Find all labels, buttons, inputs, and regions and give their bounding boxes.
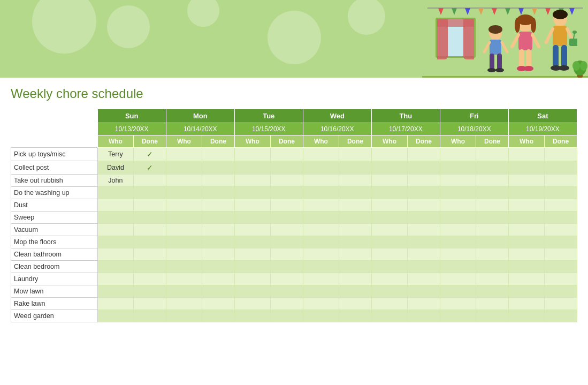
day-done-cell[interactable] bbox=[545, 273, 577, 285]
sun-who-cell[interactable]: David bbox=[97, 161, 133, 175]
day-done-cell[interactable] bbox=[408, 161, 440, 175]
day-who-cell[interactable] bbox=[371, 285, 407, 298]
day-who-cell[interactable] bbox=[234, 224, 270, 236]
day-who-cell[interactable] bbox=[371, 273, 407, 285]
day-who-cell[interactable] bbox=[508, 285, 544, 298]
day-done-cell[interactable] bbox=[408, 298, 440, 310]
day-done-cell[interactable] bbox=[271, 310, 303, 322]
day-done-cell[interactable] bbox=[271, 261, 303, 273]
day-done-cell[interactable] bbox=[408, 224, 440, 236]
day-done-cell[interactable] bbox=[202, 273, 235, 285]
sun-who-cell[interactable]: Terry bbox=[97, 148, 133, 161]
day-who-cell[interactable] bbox=[371, 148, 407, 161]
day-who-cell[interactable] bbox=[303, 285, 339, 298]
day-who-cell[interactable] bbox=[508, 187, 544, 199]
day-done-cell[interactable] bbox=[339, 273, 372, 285]
day-who-cell[interactable] bbox=[508, 224, 544, 236]
day-done-cell[interactable] bbox=[408, 310, 440, 322]
sun-done-cell[interactable] bbox=[134, 261, 166, 273]
day-who-cell[interactable] bbox=[440, 224, 476, 236]
day-done-cell[interactable] bbox=[202, 175, 235, 187]
day-done-cell[interactable] bbox=[202, 161, 235, 175]
day-done-cell[interactable] bbox=[202, 261, 235, 273]
day-done-cell[interactable] bbox=[271, 148, 303, 161]
sun-who-cell[interactable] bbox=[97, 298, 133, 310]
day-who-cell[interactable] bbox=[234, 175, 270, 187]
day-who-cell[interactable] bbox=[440, 161, 476, 175]
day-done-cell[interactable] bbox=[408, 285, 440, 298]
day-who-cell[interactable] bbox=[234, 187, 270, 199]
day-who-cell[interactable] bbox=[234, 148, 270, 161]
day-who-cell[interactable] bbox=[303, 199, 339, 212]
day-done-cell[interactable] bbox=[202, 148, 235, 161]
day-who-cell[interactable] bbox=[234, 248, 270, 261]
day-done-cell[interactable] bbox=[339, 148, 372, 161]
sun-done-cell[interactable]: ✓ bbox=[134, 161, 166, 175]
day-done-cell[interactable] bbox=[271, 199, 303, 212]
day-who-cell[interactable] bbox=[508, 161, 544, 175]
sun-who-cell[interactable] bbox=[97, 285, 133, 298]
day-done-cell[interactable] bbox=[545, 285, 577, 298]
sun-who-cell[interactable] bbox=[97, 212, 133, 224]
day-who-cell[interactable] bbox=[440, 273, 476, 285]
day-who-cell[interactable] bbox=[303, 298, 339, 310]
sun-who-cell[interactable]: John bbox=[97, 175, 133, 187]
day-done-cell[interactable] bbox=[476, 236, 509, 248]
day-who-cell[interactable] bbox=[303, 261, 339, 273]
day-who-cell[interactable] bbox=[371, 248, 407, 261]
day-who-cell[interactable] bbox=[371, 187, 407, 199]
day-who-cell[interactable] bbox=[166, 298, 202, 310]
day-done-cell[interactable] bbox=[271, 224, 303, 236]
day-who-cell[interactable] bbox=[371, 310, 407, 322]
day-who-cell[interactable] bbox=[440, 148, 476, 161]
day-who-cell[interactable] bbox=[508, 261, 544, 273]
day-done-cell[interactable] bbox=[271, 212, 303, 224]
day-who-cell[interactable] bbox=[303, 273, 339, 285]
day-done-cell[interactable] bbox=[545, 212, 577, 224]
day-done-cell[interactable] bbox=[408, 261, 440, 273]
day-done-cell[interactable] bbox=[339, 175, 372, 187]
day-who-cell[interactable] bbox=[371, 199, 407, 212]
sun-done-cell[interactable] bbox=[134, 175, 166, 187]
day-who-cell[interactable] bbox=[166, 224, 202, 236]
day-who-cell[interactable] bbox=[508, 199, 544, 212]
day-who-cell[interactable] bbox=[440, 285, 476, 298]
sun-who-cell[interactable] bbox=[97, 224, 133, 236]
sun-who-cell[interactable] bbox=[97, 187, 133, 199]
day-who-cell[interactable] bbox=[440, 298, 476, 310]
day-who-cell[interactable] bbox=[234, 199, 270, 212]
day-who-cell[interactable] bbox=[371, 224, 407, 236]
day-who-cell[interactable] bbox=[508, 212, 544, 224]
day-done-cell[interactable] bbox=[339, 298, 372, 310]
day-who-cell[interactable] bbox=[303, 148, 339, 161]
day-done-cell[interactable] bbox=[408, 148, 440, 161]
day-who-cell[interactable] bbox=[303, 310, 339, 322]
day-done-cell[interactable] bbox=[202, 199, 235, 212]
day-done-cell[interactable] bbox=[339, 248, 372, 261]
day-done-cell[interactable] bbox=[202, 298, 235, 310]
day-done-cell[interactable] bbox=[476, 310, 509, 322]
day-done-cell[interactable] bbox=[271, 285, 303, 298]
day-who-cell[interactable] bbox=[508, 298, 544, 310]
day-who-cell[interactable] bbox=[166, 161, 202, 175]
day-done-cell[interactable] bbox=[476, 148, 509, 161]
day-done-cell[interactable] bbox=[545, 161, 577, 175]
day-done-cell[interactable] bbox=[545, 298, 577, 310]
day-who-cell[interactable] bbox=[166, 261, 202, 273]
day-done-cell[interactable] bbox=[202, 224, 235, 236]
day-done-cell[interactable] bbox=[545, 175, 577, 187]
day-done-cell[interactable] bbox=[202, 248, 235, 261]
day-done-cell[interactable] bbox=[545, 224, 577, 236]
day-who-cell[interactable] bbox=[371, 175, 407, 187]
day-done-cell[interactable] bbox=[476, 298, 509, 310]
sun-done-cell[interactable]: ✓ bbox=[134, 148, 166, 161]
day-who-cell[interactable] bbox=[234, 261, 270, 273]
sun-done-cell[interactable] bbox=[134, 285, 166, 298]
day-who-cell[interactable] bbox=[234, 285, 270, 298]
day-done-cell[interactable] bbox=[271, 236, 303, 248]
sun-done-cell[interactable] bbox=[134, 199, 166, 212]
day-who-cell[interactable] bbox=[303, 212, 339, 224]
day-done-cell[interactable] bbox=[476, 161, 509, 175]
day-who-cell[interactable] bbox=[440, 261, 476, 273]
day-done-cell[interactable] bbox=[408, 212, 440, 224]
